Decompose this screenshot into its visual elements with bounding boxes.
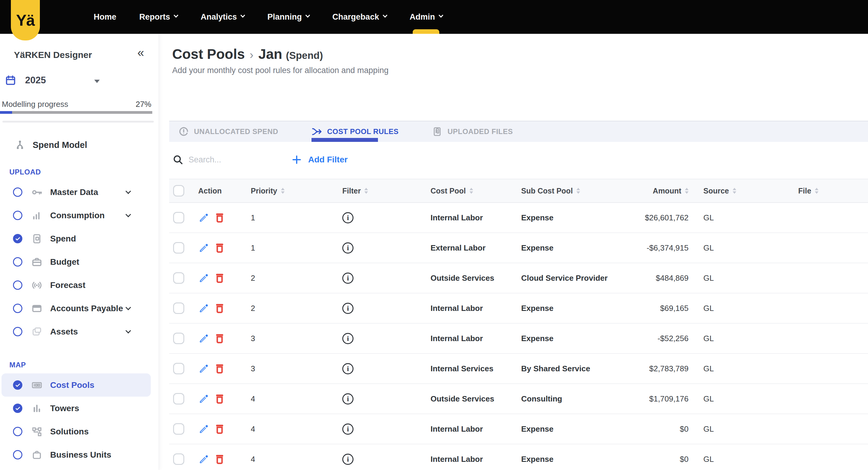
cost-pool-value: Internal Labor xyxy=(431,334,483,343)
sidebar-item-accounts-payable[interactable]: Accounts Payable xyxy=(1,297,151,320)
layers-icon xyxy=(31,326,43,338)
radio-icon[interactable] xyxy=(13,188,22,197)
info-icon[interactable]: i xyxy=(342,424,353,435)
header-cell-priority[interactable]: Priority xyxy=(243,187,329,195)
row-checkbox[interactable] xyxy=(173,272,184,284)
edit-button[interactable] xyxy=(198,423,210,435)
header-cell-amount[interactable]: Amount xyxy=(622,187,692,195)
row-checkbox[interactable] xyxy=(173,423,184,435)
header-cell-sub-cost-pool[interactable]: Sub Cost Pool xyxy=(514,187,622,195)
sub-cost-pool-value: Cloud Service Provider xyxy=(521,273,608,283)
sidebar-title: YäRKEN Designer xyxy=(14,50,92,60)
header-cell-cost-pool[interactable]: Cost Pool xyxy=(423,187,514,195)
row-checkbox[interactable] xyxy=(173,393,184,404)
sort-arrows-icon[interactable] xyxy=(685,188,688,194)
radio-icon[interactable] xyxy=(13,427,22,436)
info-icon[interactable]: i xyxy=(342,333,353,344)
sort-arrows-icon[interactable] xyxy=(733,188,736,194)
row-checkbox[interactable] xyxy=(173,212,184,223)
info-icon[interactable]: i xyxy=(342,212,353,223)
pencil-icon xyxy=(198,423,210,435)
breadcrumb-root[interactable]: Cost Pools xyxy=(172,46,245,62)
info-icon[interactable]: i xyxy=(342,242,353,254)
sidebar-item-business-units[interactable]: Business Units xyxy=(1,443,151,466)
checked-radio-icon[interactable] xyxy=(13,404,22,413)
radio-icon[interactable] xyxy=(13,304,22,313)
radio-icon[interactable] xyxy=(13,257,22,267)
radio-icon[interactable] xyxy=(13,450,22,460)
brand-logo[interactable]: Yä xyxy=(11,0,40,40)
nav-item-admin[interactable]: Admin xyxy=(410,0,443,34)
briefcase-outline-icon xyxy=(31,449,43,461)
delete-button[interactable] xyxy=(214,272,225,284)
radio-icon[interactable] xyxy=(13,211,22,220)
sidebar-item-spend[interactable]: Spend xyxy=(1,227,151,250)
row-checkbox[interactable] xyxy=(173,454,184,465)
select-all-checkbox[interactable] xyxy=(173,185,184,197)
sort-arrows-icon[interactable] xyxy=(281,188,285,194)
edit-button[interactable] xyxy=(198,302,210,314)
info-icon[interactable]: i xyxy=(342,273,353,284)
edit-button[interactable] xyxy=(198,393,210,404)
search-box xyxy=(172,154,288,165)
sidebar-item-spend-model[interactable]: Spend Model xyxy=(14,138,87,152)
sidebar-item-master-data[interactable]: Master Data xyxy=(1,180,151,204)
delete-button[interactable] xyxy=(214,212,225,223)
edit-button[interactable] xyxy=(198,272,210,284)
towers-icon xyxy=(31,402,43,414)
edit-button[interactable] xyxy=(198,363,210,374)
sort-arrows-icon[interactable] xyxy=(577,188,580,194)
delete-button[interactable] xyxy=(214,393,225,404)
checked-radio-icon[interactable] xyxy=(13,380,22,390)
collapse-sidebar-icon[interactable]: « xyxy=(137,46,144,59)
radio-icon[interactable] xyxy=(13,280,22,290)
delete-button[interactable] xyxy=(214,363,225,374)
edit-button[interactable] xyxy=(198,454,210,465)
trash-icon xyxy=(214,393,225,404)
edit-button[interactable] xyxy=(198,242,210,254)
edit-button[interactable] xyxy=(198,212,210,223)
sidebar-item-budget[interactable]: Budget xyxy=(1,250,151,273)
sort-arrows-icon[interactable] xyxy=(469,188,473,194)
sidebar-item-solutions[interactable]: Solutions xyxy=(1,420,151,443)
tab-unallocated-spend[interactable]: UNALLOCATED SPEND xyxy=(178,121,278,142)
year-selector[interactable]: 2025 xyxy=(4,74,100,86)
nav-item-home[interactable]: Home xyxy=(94,0,116,34)
search-input[interactable] xyxy=(188,155,288,165)
tab-cost-pool-rules[interactable]: COST POOL RULES xyxy=(311,121,399,142)
nav-item-chargeback[interactable]: Chargeback xyxy=(332,0,387,34)
delete-button[interactable] xyxy=(214,333,225,344)
edit-button[interactable] xyxy=(198,333,210,344)
sidebar-item-consumption[interactable]: Consumption xyxy=(1,204,151,227)
checked-radio-icon[interactable] xyxy=(13,234,22,243)
nav-item-analytics[interactable]: Analytics xyxy=(200,0,244,34)
network-icon xyxy=(14,139,26,151)
sidebar-item-towers[interactable]: Towers xyxy=(1,397,151,420)
nav-item-planning[interactable]: Planning xyxy=(268,0,309,34)
row-checkbox[interactable] xyxy=(173,242,184,254)
sidebar-item-cost-pools[interactable]: Cost Pools xyxy=(1,373,151,397)
trash-icon xyxy=(214,333,225,344)
delete-button[interactable] xyxy=(214,242,225,254)
delete-button[interactable] xyxy=(214,454,225,465)
sort-arrows-icon[interactable] xyxy=(815,188,818,194)
info-icon[interactable]: i xyxy=(342,393,353,404)
sort-arrows-icon[interactable] xyxy=(364,188,368,194)
header-cell-file[interactable]: File xyxy=(749,187,868,195)
info-icon[interactable]: i xyxy=(342,363,353,374)
header-cell-source[interactable]: Source xyxy=(692,187,749,195)
add-filter-button[interactable]: Add Filter xyxy=(291,154,348,165)
info-icon[interactable]: i xyxy=(342,454,353,465)
info-icon[interactable]: i xyxy=(342,303,353,314)
sidebar-item-forecast[interactable]: Forecast xyxy=(1,273,151,297)
delete-button[interactable] xyxy=(214,423,225,435)
row-checkbox[interactable] xyxy=(173,302,184,314)
header-cell-filter[interactable]: Filter xyxy=(329,187,423,195)
radio-icon[interactable] xyxy=(13,327,22,336)
sidebar-item-assets[interactable]: Assets xyxy=(1,320,151,343)
nav-item-reports[interactable]: Reports xyxy=(139,0,178,34)
row-checkbox[interactable] xyxy=(173,333,184,344)
delete-button[interactable] xyxy=(214,302,225,314)
tab-uploaded-files[interactable]: UPLOADED FILES xyxy=(432,121,513,142)
row-checkbox[interactable] xyxy=(173,363,184,374)
